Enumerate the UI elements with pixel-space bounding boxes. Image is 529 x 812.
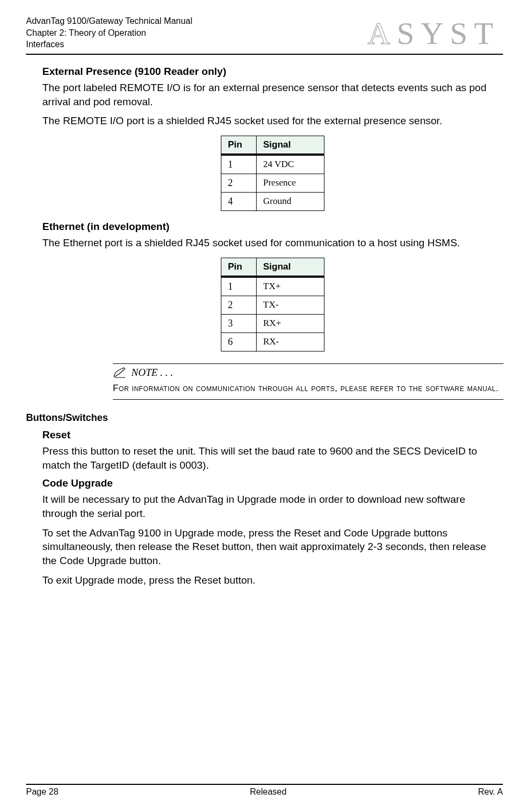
code-upgrade-para-1: It will be necessary to put the AdvanTag…: [42, 493, 503, 520]
page-header: AdvanTag 9100/Gateway Technical Manual C…: [26, 15, 503, 55]
heading-code-upgrade: Code Upgrade: [42, 477, 503, 489]
doc-chapter: Chapter 2: Theory of Operation: [26, 27, 193, 39]
table-row: 2 TX-: [221, 296, 324, 314]
pin-cell: 1: [221, 277, 257, 296]
brand-logo: ASYST: [367, 15, 503, 52]
writing-hand-icon: [113, 367, 127, 379]
note-label: NOTE . . .: [131, 367, 173, 379]
page-footer: Page 28 Released Rev. A: [26, 784, 503, 797]
revision: Rev. A: [478, 787, 503, 797]
note-block: NOTE . . . For information on communicat…: [113, 363, 503, 401]
remote-io-pin-table: Pin Signal 1 24 VDC 2 Presence 4 Ground: [221, 136, 324, 211]
signal-cell: RX+: [257, 314, 324, 333]
signal-cell: RX-: [257, 333, 324, 351]
signal-cell: 24 VDC: [257, 155, 324, 174]
page-number: Page 28: [26, 787, 59, 797]
release-status: Released: [250, 787, 287, 797]
heading-ethernet: Ethernet (in development): [42, 221, 503, 233]
table-row: 2 Presence: [221, 174, 324, 192]
reset-para: Press this button to reset the unit. Thi…: [42, 444, 503, 472]
content-area: External Presence (9100 Reader only) The…: [26, 55, 503, 587]
pin-cell: 2: [221, 174, 257, 192]
signal-cell: TX+: [257, 277, 324, 296]
table-row: 3 RX+: [221, 314, 324, 333]
table-row: 1 TX+: [221, 277, 324, 296]
signal-cell: TX-: [257, 296, 324, 314]
ethernet-pin-table: Pin Signal 1 TX+ 2 TX- 3 RX+ 6: [221, 258, 324, 351]
doc-section: Interfaces: [26, 39, 193, 50]
signal-cell: Presence: [257, 174, 324, 192]
note-bottom-rule: [113, 399, 503, 400]
pin-cell: 4: [221, 192, 257, 210]
col-header-pin: Pin: [221, 136, 257, 155]
col-header-pin: Pin: [221, 258, 257, 277]
pin-cell: 6: [221, 333, 257, 351]
heading-buttons-switches: Buttons/Switches: [26, 412, 503, 424]
ext-presence-para-1: The port labeled REMOTE I/O is for an ex…: [42, 81, 503, 108]
ext-presence-para-2: The REMOTE I/O port is a shielded RJ45 s…: [42, 114, 503, 128]
logo-a-glyph: A: [367, 16, 397, 51]
signal-cell: Ground: [257, 192, 324, 210]
note-title-row: NOTE . . .: [113, 365, 503, 381]
note-body: For information on communication through…: [113, 381, 503, 400]
table-row: 4 Ground: [221, 192, 324, 210]
heading-external-presence: External Presence (9100 Reader only): [42, 66, 503, 78]
pin-cell: 2: [221, 296, 257, 314]
logo-text: SYST: [397, 16, 500, 51]
heading-reset: Reset: [42, 429, 503, 441]
col-header-signal: Signal: [257, 136, 324, 155]
table-row: 1 24 VDC: [221, 155, 324, 174]
col-header-signal: Signal: [257, 258, 324, 277]
code-upgrade-para-3: To exit Upgrade mode, press the Reset bu…: [42, 573, 503, 587]
header-text-block: AdvanTag 9100/Gateway Technical Manual C…: [26, 15, 193, 50]
code-upgrade-para-2: To set the AdvanTag 9100 in Upgrade mode…: [42, 526, 503, 568]
pin-cell: 3: [221, 314, 257, 333]
page: AdvanTag 9100/Gateway Technical Manual C…: [0, 0, 529, 812]
pin-cell: 1: [221, 155, 257, 174]
ethernet-para-1: The Ethernet port is a shielded RJ45 soc…: [42, 236, 503, 250]
doc-title: AdvanTag 9100/Gateway Technical Manual: [26, 15, 193, 27]
table-row: 6 RX-: [221, 333, 324, 351]
